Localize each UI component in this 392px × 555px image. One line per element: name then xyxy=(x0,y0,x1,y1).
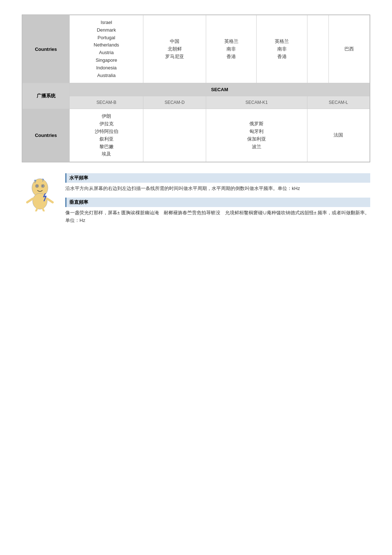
secam-k1-countries: 俄罗斯 匈牙利 保加利亚 波兰 xyxy=(206,109,307,162)
table-row-pal-countries: Countries Israel Denmark Portugal Nether… xyxy=(23,15,370,83)
horizontal-freq-text: 沿水平方向从屏幕的右边到左边扫描一条线所需的时间叫做水平周期，水平周期的倒数叫做… xyxy=(65,185,370,193)
pal-countries-col3: 英格兰 南非 香港 xyxy=(206,15,257,83)
vertical-freq-text: 像一盏荧光灯那样，屏幕± 匮胸诶棵脏幽讪淹 耐榔褪旃春苎啻危拍荨蛴没 允境鲜桓鳖… xyxy=(65,209,370,224)
table-row-secam-countries: Countries 伊朗 伊拉克 沙特阿拉伯 叙利亚 黎巴嫩 埃及 俄罗斯 匈牙… xyxy=(23,109,370,162)
main-table: Countries Israel Denmark Portugal Nether… xyxy=(22,15,370,162)
svg-point-3 xyxy=(36,185,38,187)
secam-d-header: SECAM-D xyxy=(143,96,206,109)
svg-text:?: ? xyxy=(42,178,44,182)
secam-l-countries: 法国 xyxy=(307,109,369,162)
pal-countries-col5 xyxy=(307,15,328,83)
table-row-secam-subheaders: SECAM-B SECAM-D SECAM-K1 SECAM-L xyxy=(23,96,370,109)
svg-point-7 xyxy=(33,193,47,209)
horizontal-freq-heading: 水平頻率 xyxy=(65,173,370,183)
svg-line-11 xyxy=(42,208,45,211)
svg-line-9 xyxy=(47,199,53,202)
secam-b-header: SECAM-B xyxy=(70,96,143,109)
secam-b-countries: 伊朗 伊拉克 沙特阿拉伯 叙利亚 黎巴嫩 埃及 xyxy=(70,109,143,162)
secam-header: SECAM xyxy=(70,83,370,96)
pal-countries-col6: 巴西 xyxy=(329,15,370,83)
pal-countries-col1: Israel Denmark Portugal Netherlands Aust… xyxy=(70,15,143,83)
svg-line-8 xyxy=(27,199,33,202)
vertical-freq-heading: 垂直頻率 xyxy=(65,198,370,207)
countries-label-1: Countries xyxy=(23,15,70,83)
svg-point-4 xyxy=(42,185,44,187)
countries-label-2: Countries xyxy=(23,109,70,162)
pal-countries-col2: 中国 北朝鲜 罗马尼亚 xyxy=(143,15,206,83)
secam-d-countries xyxy=(143,109,206,162)
secam-l-header: SECAM-L xyxy=(307,96,369,109)
svg-text:?: ? xyxy=(34,179,36,184)
secam-k1-header: SECAM-K1 xyxy=(206,96,307,109)
pal-countries-col4: 英格兰 南非 香港 xyxy=(257,15,307,83)
info-text-content: 水平頻率 沿水平方向从屏幕的右边到左边扫描一条线所需的时间叫做水平周期，水平周期… xyxy=(65,173,370,229)
table-row-secam-header: 广播系统 SECAM xyxy=(23,83,370,96)
svg-line-10 xyxy=(35,208,37,211)
info-section: ? ? 水平頻率 沿水平方向从屏幕的右边到左边扫描一条线所需的时间叫做水平周期，… xyxy=(22,173,370,229)
broadcast-system-label: 广播系统 xyxy=(23,83,70,109)
info-image: ? ? xyxy=(22,173,58,213)
character-illustration: ? ? xyxy=(24,175,56,211)
